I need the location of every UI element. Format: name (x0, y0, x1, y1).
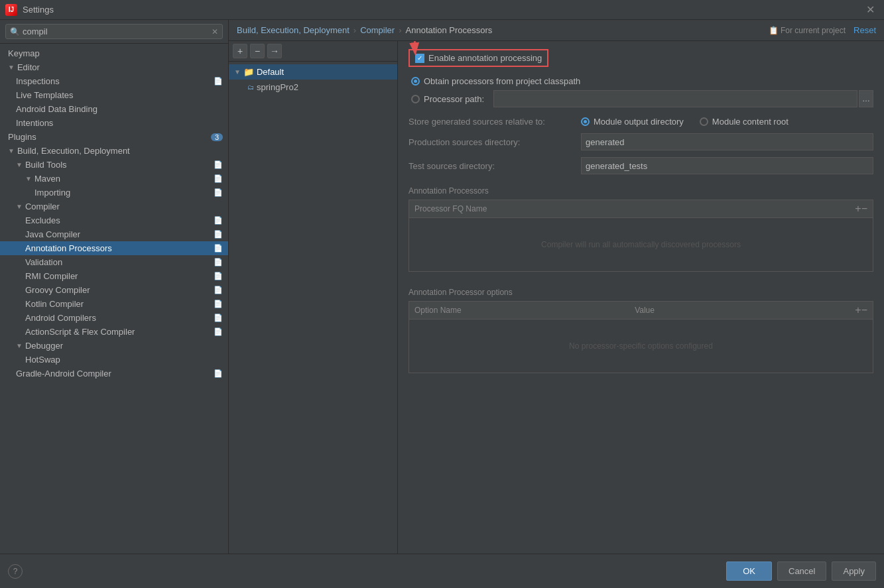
tree-item-springpro2[interactable]: 🗂 springPro2 (229, 80, 397, 95)
sidebar-item-kotlin-compiler[interactable]: Kotlin Compiler 📄 (0, 297, 228, 311)
build-expand-icon: ▼ (8, 147, 15, 154)
tree-item-springpro2-label: springPro2 (257, 82, 298, 92)
cancel-button[interactable]: Cancel (777, 561, 826, 581)
title-bar: IJ Settings ✕ (0, 0, 884, 20)
apply-button[interactable]: Apply (832, 561, 876, 581)
sidebar-item-java-compiler[interactable]: Java Compiler 📄 (0, 227, 228, 241)
title-bar-left: IJ Settings (5, 4, 54, 16)
sidebar-item-actionscript[interactable]: ActionScript & Flex Compiler 📄 (0, 325, 228, 339)
help-button[interactable]: ? (8, 564, 23, 579)
maven-page-icon: 📄 (214, 174, 223, 183)
java-compiler-page-icon: 📄 (214, 230, 223, 239)
annotation-processor-options-label: Annotation Processor options (409, 288, 873, 297)
excludes-page-icon: 📄 (214, 216, 223, 225)
settings-pane: ✓ Enable annotation processing (398, 41, 884, 554)
rmi-page-icon: 📄 (214, 272, 223, 280)
enable-annotation-label: Enable annotation processing (428, 53, 542, 63)
enable-annotation-checkbox[interactable]: ✓ (415, 54, 424, 63)
breadcrumb-sep-1: › (353, 25, 356, 35)
processor-path-input[interactable] (493, 90, 857, 107)
sidebar-item-intentions[interactable]: Intentions (0, 116, 228, 130)
default-expand-icon: ▼ (234, 68, 241, 76)
breadcrumb: Build, Execution, Deployment › Compiler … (229, 20, 884, 41)
search-input-wrap[interactable]: 🔍 ✕ (5, 24, 223, 39)
build-tools-page-icon: 📄 (214, 160, 223, 169)
sidebar-item-gradle-android[interactable]: Gradle-Android Compiler 📄 (0, 367, 228, 381)
options-add-button[interactable]: + (855, 304, 861, 316)
breadcrumb-sep-2: › (399, 25, 401, 35)
ok-button[interactable]: OK (726, 561, 772, 581)
sidebar-item-plugins[interactable]: Plugins 3 (0, 130, 228, 144)
content-area: Build, Execution, Deployment › Compiler … (229, 20, 884, 554)
sidebar-item-debugger[interactable]: ▼ Debugger (0, 339, 228, 353)
annotation-processor-options-header: Option Name Value + − (409, 302, 873, 320)
sidebar-item-keymap[interactable]: Keymap (0, 46, 228, 60)
radio-content-root-label: Module content root (712, 117, 789, 127)
production-sources-row: Production sources directory: (409, 133, 873, 150)
radio-processor-path[interactable] (411, 95, 420, 103)
annotation-processors-table: Processor FQ Name + − Compiler will run … (409, 200, 873, 272)
close-button[interactable]: ✕ (862, 2, 879, 17)
test-sources-input[interactable] (581, 157, 873, 174)
for-project-icon: 📋 (769, 26, 779, 35)
bottom-bar: ? OK Cancel Apply (0, 554, 884, 588)
sidebar-item-live-templates[interactable]: Live Templates (0, 88, 228, 102)
production-sources-label: Production sources directory: (409, 137, 581, 147)
radio-row-classpath: Obtain processors from project classpath (411, 76, 873, 86)
radio-content-root-btn[interactable] (700, 117, 708, 126)
default-folder-icon: 📁 (243, 67, 254, 77)
options-empty-text: No processor-specific options configured (569, 341, 713, 351)
reset-button[interactable]: Reset (853, 25, 876, 35)
annotation-processors-table-body: Compiler will run all automatically disc… (409, 218, 873, 271)
store-generated-sources-label: Store generated sources relative to: (409, 117, 581, 127)
sidebar-item-build-tools[interactable]: ▼ Build Tools 📄 (0, 158, 228, 172)
annotation-processor-options-table: Option Name Value + − No processor-speci… (409, 301, 873, 373)
action-buttons: OK Cancel Apply (726, 561, 876, 581)
annotation-processor-options-body: No processor-specific options configured (409, 320, 873, 373)
processor-fq-name-col: Processor FQ Name (414, 204, 855, 213)
processor-path-browse-button[interactable]: … (859, 90, 873, 107)
search-input[interactable] (23, 27, 212, 36)
sidebar-item-maven[interactable]: ▼ Maven 📄 (0, 172, 228, 186)
breadcrumb-part-2: Compiler (360, 25, 395, 35)
option-name-col: Option Name (414, 306, 635, 315)
sidebar-item-importing[interactable]: Importing 📄 (0, 186, 228, 200)
enable-annotation-row: ✓ Enable annotation processing (409, 49, 873, 67)
clear-icon[interactable]: ✕ (212, 27, 218, 36)
radio-classpath-label: Obtain processors from project classpath (424, 76, 580, 86)
annotation-processors-empty-text: Compiler will run all automatically disc… (541, 240, 741, 249)
annotation-processors-remove-button[interactable]: − (861, 203, 867, 215)
tree-toolbar: + − → (229, 41, 397, 62)
processor-path-field-wrap: … (493, 90, 873, 107)
annotation-processors-add-button[interactable]: + (855, 203, 861, 215)
inspections-page-icon: 📄 (214, 77, 223, 86)
test-sources-row: Test sources directory: (409, 157, 873, 174)
tree-forward-button[interactable]: → (267, 44, 282, 58)
tree-remove-button[interactable]: − (250, 44, 265, 58)
sidebar-item-compiler[interactable]: ▼ Compiler (0, 200, 228, 213)
sidebar-item-groovy-compiler[interactable]: Groovy Compiler 📄 (0, 283, 228, 297)
tree-item-default[interactable]: ▼ 📁 Default (229, 64, 397, 80)
radio-obtain-classpath[interactable] (411, 77, 420, 86)
sidebar-item-android-compilers[interactable]: Android Compilers 📄 (0, 311, 228, 325)
sidebar-item-rmi-compiler[interactable]: RMI Compiler 📄 (0, 269, 228, 283)
sidebar-item-inspections[interactable]: Inspections 📄 (0, 74, 228, 88)
sidebar-item-annotation-processors[interactable]: Annotation Processors 📄 (0, 241, 228, 255)
radio-row-processor-path: Processor path: … (411, 90, 873, 107)
panel: + − → ▼ 📁 Default 🗂 springPro2 (229, 41, 884, 554)
nav-tree: Keymap ▼ Editor Inspections 📄 Live Templ… (0, 44, 228, 554)
sidebar-item-build-execution[interactable]: ▼ Build, Execution, Deployment (0, 144, 228, 158)
options-remove-button[interactable]: − (861, 304, 867, 316)
production-sources-input[interactable] (581, 133, 873, 150)
search-bar: 🔍 ✕ (0, 20, 228, 44)
sidebar-item-hotswap[interactable]: HotSwap (0, 353, 228, 367)
sidebar-item-validation[interactable]: Validation 📄 (0, 255, 228, 269)
tree-add-button[interactable]: + (233, 44, 247, 58)
sidebar-item-editor[interactable]: ▼ Editor (0, 60, 228, 74)
sidebar-item-android-data-binding[interactable]: Android Data Binding (0, 102, 228, 116)
radio-module-output-btn[interactable] (581, 117, 590, 126)
test-sources-label: Test sources directory: (409, 161, 581, 171)
radio-module-content-root: Module content root (700, 117, 789, 127)
radio-processor-path-label: Processor path: (424, 94, 484, 104)
sidebar-item-excludes[interactable]: Excludes 📄 (0, 213, 228, 227)
